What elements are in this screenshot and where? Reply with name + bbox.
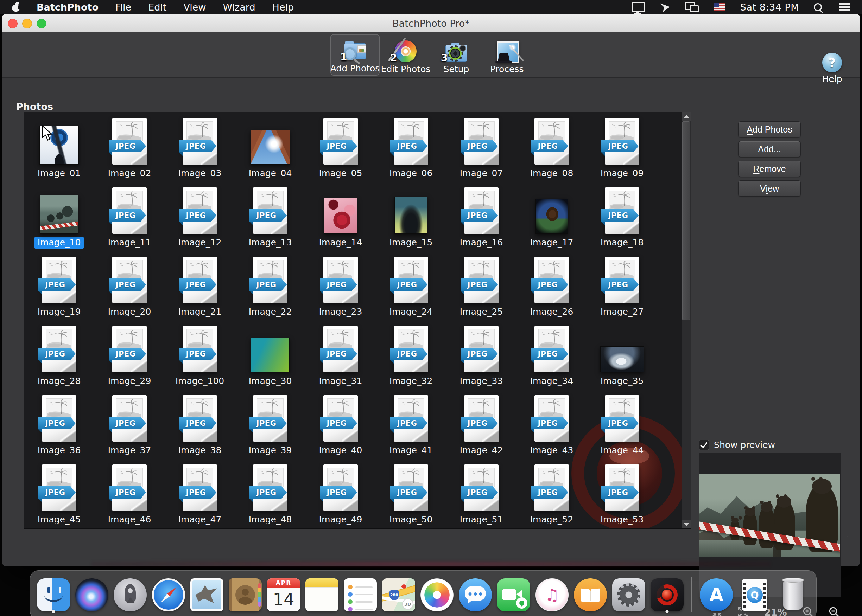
- photo-item[interactable]: JPEGImage_02: [94, 112, 165, 181]
- add-button[interactable]: Add...: [738, 141, 801, 157]
- dock-item-app-store[interactable]: A: [699, 577, 734, 613]
- photo-item[interactable]: JPEGImage_13: [235, 181, 306, 251]
- dock-item-batchphoto[interactable]: [649, 577, 685, 613]
- photo-item[interactable]: JPEGImage_08: [517, 112, 587, 181]
- photo-item[interactable]: JPEGImage_37: [94, 389, 165, 459]
- photo-item[interactable]: JPEGImage_03: [165, 112, 235, 181]
- dock-item-itunes[interactable]: ♫: [534, 577, 570, 613]
- menu-item-view[interactable]: View: [183, 2, 206, 13]
- photo-item[interactable]: Image_01: [24, 112, 94, 181]
- photo-item[interactable]: Image_35: [587, 320, 657, 389]
- scrollbar-thumb[interactable]: [682, 121, 690, 320]
- close-button[interactable]: [8, 19, 17, 28]
- photo-item[interactable]: Image_14: [306, 181, 376, 251]
- dock-item-safari[interactable]: [151, 577, 186, 613]
- dock-item-siri[interactable]: [74, 577, 109, 613]
- photo-item[interactable]: JPEGImage_05: [306, 112, 376, 181]
- photo-item[interactable]: JPEGImage_25: [446, 251, 517, 320]
- toolbar-setup-button[interactable]: 3Setup: [432, 34, 481, 75]
- photo-item[interactable]: JPEGImage_34: [517, 320, 587, 389]
- title-bar[interactable]: BatchPhoto Pro*: [2, 14, 860, 32]
- photo-item[interactable]: JPEGImage_29: [94, 320, 165, 389]
- dock-item-facetime[interactable]: [496, 577, 531, 613]
- view-button[interactable]: View: [738, 181, 801, 196]
- checkbox-checkmark-icon[interactable]: [699, 440, 709, 450]
- photo-item[interactable]: JPEGImage_48: [235, 459, 306, 528]
- photo-item[interactable]: JPEGImage_20: [94, 251, 165, 320]
- photo-item[interactable]: JPEGImage_19: [24, 251, 94, 320]
- photo-item[interactable]: JPEGImage_47: [165, 459, 235, 528]
- photo-item[interactable]: JPEGImage_24: [376, 251, 446, 320]
- photo-item[interactable]: JPEGImage_52: [517, 459, 587, 528]
- dock-item-contacts[interactable]: [228, 577, 263, 613]
- dock-item-mail[interactable]: [189, 577, 224, 613]
- photo-item[interactable]: JPEGImage_45: [24, 459, 94, 528]
- photo-item[interactable]: JPEGImage_50: [376, 459, 446, 528]
- photo-item[interactable]: JPEGImage_06: [376, 112, 446, 181]
- dock-item-messages[interactable]: [458, 577, 493, 613]
- remove-button[interactable]: Remove: [738, 161, 801, 177]
- menu-item-edit[interactable]: Edit: [148, 2, 166, 13]
- dock-item-photos[interactable]: [419, 577, 455, 613]
- photo-item[interactable]: Image_10: [24, 181, 94, 251]
- photo-item[interactable]: JPEGImage_27: [587, 251, 657, 320]
- photo-item[interactable]: JPEGImage_42: [446, 389, 517, 459]
- photo-item[interactable]: Image_30: [235, 320, 306, 389]
- zoom-button[interactable]: [36, 19, 46, 28]
- photo-item[interactable]: JPEGImage_44: [587, 389, 657, 459]
- photo-item[interactable]: JPEGImage_53: [587, 459, 657, 528]
- photo-item[interactable]: JPEGImage_100: [165, 320, 235, 389]
- zoom-out-icon[interactable]: [827, 605, 841, 616]
- photo-item[interactable]: JPEGImage_51: [446, 459, 517, 528]
- dock-item-trash[interactable]: [775, 577, 811, 613]
- photo-item[interactable]: JPEGImage_26: [517, 251, 587, 320]
- dock-item-quicktime[interactable]: Q: [737, 577, 772, 613]
- show-preview-checkbox[interactable]: Show preview: [699, 440, 775, 450]
- add-photos-button[interactable]: Add Photos: [738, 121, 801, 137]
- dock-item-calendar[interactable]: APR14: [266, 577, 301, 613]
- photo-item[interactable]: JPEGImage_12: [165, 181, 235, 251]
- photo-item[interactable]: JPEGImage_16: [446, 181, 517, 251]
- photo-item[interactable]: JPEGImage_36: [24, 389, 94, 459]
- photo-item[interactable]: JPEGImage_39: [235, 389, 306, 459]
- us-flag-icon[interactable]: [714, 3, 725, 11]
- menu-item-file[interactable]: File: [115, 2, 131, 13]
- dock-item-ibooks[interactable]: [573, 577, 608, 613]
- photo-item[interactable]: JPEGImage_41: [376, 389, 446, 459]
- photo-item[interactable]: Image_04: [235, 112, 306, 181]
- photo-item[interactable]: JPEGImage_33: [446, 320, 517, 389]
- photo-item[interactable]: JPEGImage_21: [165, 251, 235, 320]
- photo-item[interactable]: JPEGImage_28: [24, 320, 94, 389]
- toolbar-process-button[interactable]: Process: [482, 34, 532, 75]
- photo-item[interactable]: JPEGImage_40: [306, 389, 376, 459]
- photo-item[interactable]: JPEGImage_22: [235, 251, 306, 320]
- photo-item[interactable]: Image_17: [517, 181, 587, 251]
- photo-item[interactable]: JPEGImage_23: [306, 251, 376, 320]
- menubar-clock[interactable]: Sat 8:34 PM: [740, 2, 799, 13]
- dock-item-finder[interactable]: [36, 577, 71, 613]
- toolbar-add-photos-button[interactable]: 1Add Photos: [330, 34, 380, 75]
- photo-item[interactable]: JPEGImage_43: [517, 389, 587, 459]
- help-button[interactable]: ? Help: [816, 53, 848, 84]
- photo-item[interactable]: JPEGImage_46: [94, 459, 165, 528]
- displays-icon[interactable]: [685, 2, 699, 12]
- dock-item-notes[interactable]: [304, 577, 339, 613]
- notification-center-icon[interactable]: [839, 3, 850, 5]
- spotlight-icon[interactable]: [814, 3, 822, 11]
- menu-item-wizard[interactable]: Wizard: [223, 2, 255, 13]
- photo-item[interactable]: JPEGImage_09: [587, 112, 657, 181]
- dock-item-launchpad[interactable]: [113, 577, 148, 613]
- photo-item[interactable]: JPEGImage_11: [94, 181, 165, 251]
- photo-item[interactable]: JPEGImage_32: [376, 320, 446, 389]
- photo-item[interactable]: JPEGImage_31: [306, 320, 376, 389]
- menu-item-batchphoto[interactable]: BatchPhoto: [36, 2, 99, 13]
- scroll-down-button[interactable]: [682, 520, 691, 528]
- photo-item[interactable]: JPEGImage_38: [165, 389, 235, 459]
- minimize-button[interactable]: [22, 19, 32, 28]
- vertical-scrollbar[interactable]: [681, 112, 691, 528]
- photo-item[interactable]: Image_15: [376, 181, 446, 251]
- display-icon[interactable]: [632, 2, 645, 12]
- toolbar-edit-photos-button[interactable]: 2Edit Photos: [381, 34, 430, 75]
- scroll-up-button[interactable]: [682, 112, 691, 121]
- menu-item-help[interactable]: Help: [272, 2, 294, 13]
